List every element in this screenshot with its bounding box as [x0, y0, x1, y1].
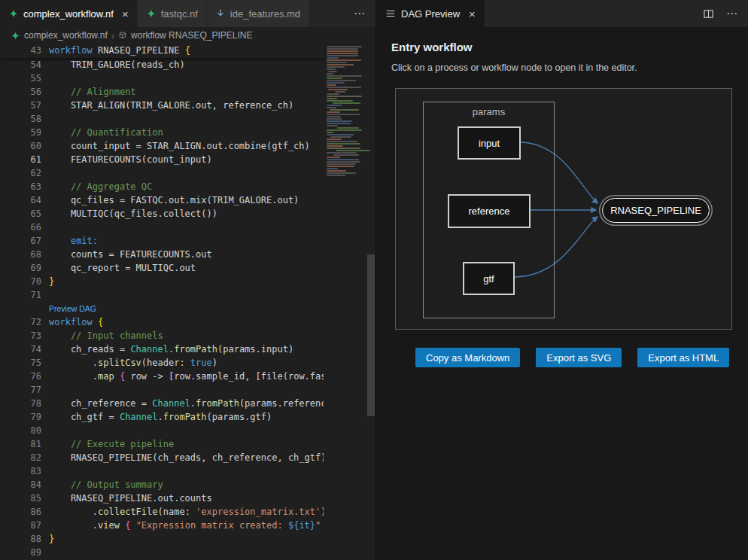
line-text[interactable]: emit: — [48, 234, 324, 248]
sticky-line-number: 43 — [0, 44, 48, 58]
breadcrumb-file[interactable]: complex_workflow.nf — [24, 30, 108, 41]
line-text[interactable] — [48, 166, 324, 180]
line-text[interactable]: workflow { — [48, 315, 324, 329]
line-text[interactable]: .splitCsv(header: true) — [48, 356, 324, 370]
line-text[interactable]: qc_files = FASTQC.out.mix(TRIM_GALORE.ou… — [48, 193, 324, 207]
minimap-line — [327, 46, 362, 47]
line-text[interactable]: ch_gtf = Channel.fromPath(params.gtf) — [48, 410, 324, 424]
line-number: 65 — [0, 207, 48, 221]
minimap[interactable] — [324, 44, 366, 560]
line-text[interactable] — [48, 383, 324, 397]
code-line: 86 .collectFile(name: 'expression_matrix… — [0, 505, 324, 519]
minimap-line — [327, 73, 333, 75]
editor-tab-fastqc-nf[interactable]: fastqc.nf — [138, 0, 207, 27]
minimap-line — [327, 123, 351, 124]
editor-scrollbar[interactable] — [366, 44, 376, 560]
line-text[interactable]: count_input = STAR_ALIGN.out.combine(gtf… — [48, 139, 324, 153]
line-text[interactable]: Preview DAG — [48, 302, 324, 315]
line-text[interactable] — [48, 221, 324, 234]
sticky-scroll-line[interactable]: 43 workflow RNASEQ_PIPELINE { — [0, 44, 324, 58]
scrollbar-thumb[interactable] — [367, 254, 375, 416]
button-copy-as-markdown[interactable]: Copy as Markdown — [415, 348, 520, 367]
code-line: 57 STAR_ALIGN(TRIM_GALORE.out, reference… — [0, 99, 324, 112]
line-text[interactable]: RNASEQ_PIPELINE(ch_reads, ch_reference, … — [48, 451, 324, 464]
minimap-line — [327, 98, 337, 99]
line-number: 82 — [0, 451, 48, 464]
line-text[interactable] — [48, 424, 324, 437]
more-actions-icon[interactable]: ⋯ — [726, 7, 737, 20]
minimap-line — [328, 89, 348, 90]
line-text[interactable]: } — [48, 532, 324, 546]
minimap-line — [327, 80, 356, 81]
code-line: 78 ch_reference = Channel.fromPath(param… — [0, 397, 324, 410]
button-export-as-html[interactable]: Export as HTML — [637, 348, 729, 367]
editor-body[interactable]: 54 TRIM_GALORE(reads_ch)5556 // Alignmen… — [0, 44, 376, 560]
line-text[interactable] — [48, 72, 324, 85]
editor-tabs: complex_workflow.nf×fastqc.nfide_feature… — [0, 0, 309, 27]
minimap-line — [327, 152, 357, 154]
line-text[interactable] — [48, 112, 324, 126]
line-text[interactable]: .collectFile(name: 'expression_matrix.tx… — [48, 505, 324, 519]
line-text[interactable] — [48, 288, 324, 302]
line-text[interactable]: FEATURECOUNTS(count_input) — [48, 153, 324, 166]
line-text[interactable]: ch_reference = Channel.fromPath(params.r… — [48, 397, 324, 410]
line-text[interactable]: TRIM_GALORE(reads_ch) — [48, 58, 324, 72]
editor-tab-complex-workflow-nf[interactable]: complex_workflow.nf× — [0, 0, 138, 27]
tab-overflow-button[interactable]: ⋯ — [343, 0, 376, 27]
line-text[interactable]: STAR_ALIGN(TRIM_GALORE.out, reference_ch… — [48, 99, 324, 112]
line-text[interactable]: } — [48, 275, 324, 288]
dag-node-reference[interactable]: reference — [448, 194, 531, 228]
panel-content: Entry workflow Click on a process or wor… — [376, 27, 748, 367]
line-text[interactable]: // Execute pipeline — [48, 437, 324, 451]
tab-label: fastqc.nf — [161, 8, 198, 20]
export-buttons: Copy as MarkdownExport as SVGExport as H… — [415, 348, 733, 367]
breadcrumb-symbol[interactable]: workflow RNASEQ_PIPELINE — [131, 30, 252, 41]
split-editor-icon[interactable] — [703, 8, 714, 20]
minimap-line — [336, 150, 370, 151]
preview-dag-link[interactable]: Preview DAG — [49, 304, 96, 313]
line-text[interactable]: // Aggregate QC — [48, 180, 324, 193]
line-text[interactable]: .map { row -> [row.sample_id, [file(row.… — [48, 370, 324, 383]
line-text[interactable]: // Quantification — [48, 126, 324, 139]
line-text[interactable]: // Alignment — [48, 85, 324, 99]
minimap-line — [327, 132, 333, 133]
code-line: 74 ch_reads = Channel.fromPath(params.in… — [0, 342, 324, 356]
minimap-line — [327, 75, 362, 77]
tab-close-icon[interactable]: × — [122, 8, 129, 20]
line-text[interactable] — [48, 546, 324, 559]
line-text[interactable]: // Input channels — [48, 329, 324, 342]
line-text[interactable]: qc_report = MULTIQC.out — [48, 261, 324, 275]
app-window: complex_workflow.nf×fastqc.nfide_feature… — [0, 0, 748, 560]
markdown-icon — [215, 8, 226, 19]
line-text[interactable]: RNASEQ_PIPELINE.out.counts — [48, 492, 324, 505]
button-export-as-svg[interactable]: Export as SVG — [536, 348, 622, 367]
line-text[interactable]: counts = FEATURECOUNTS.out — [48, 248, 324, 261]
code-line: 58 — [0, 112, 324, 126]
dag-node-gtf[interactable]: gtf — [463, 262, 515, 295]
minimap-line — [327, 111, 340, 113]
line-text[interactable]: // Output summary — [48, 478, 324, 492]
code-line: 84 // Output summary — [0, 478, 324, 492]
code-line: 88} — [0, 532, 324, 546]
line-text[interactable]: ch_reads = Channel.fromPath(params.input… — [48, 342, 324, 356]
line-text[interactable]: MULTIQC(qc_files.collect()) — [48, 207, 324, 221]
editor-tab-ide-features-md[interactable]: ide_features.md — [207, 0, 309, 27]
dag-node-rnaseq-pipeline[interactable]: RNASEQ_PIPELINE — [602, 198, 710, 223]
line-number: 60 — [0, 139, 48, 153]
line-text[interactable]: .view { "Expression matrix created: ${it… — [48, 519, 324, 532]
minimap-line — [327, 168, 338, 169]
minimap-line — [327, 159, 359, 160]
tab-dag-preview[interactable]: DAG Preview × — [376, 0, 485, 27]
line-number: 59 — [0, 126, 48, 139]
minimap-line — [327, 129, 362, 131]
line-number: 54 — [0, 58, 48, 72]
line-number — [0, 302, 48, 315]
dag-node-input[interactable]: input — [458, 126, 521, 160]
line-text[interactable] — [48, 464, 324, 478]
minimap-line — [327, 82, 345, 84]
minimap-line — [327, 148, 360, 149]
code-line: 75 .splitCsv(header: true) — [0, 356, 324, 370]
code-line: 76 .map { row -> [row.sample_id, [file(r… — [0, 370, 324, 383]
panel-close-icon[interactable]: × — [469, 8, 476, 20]
minimap-line — [327, 141, 357, 142]
